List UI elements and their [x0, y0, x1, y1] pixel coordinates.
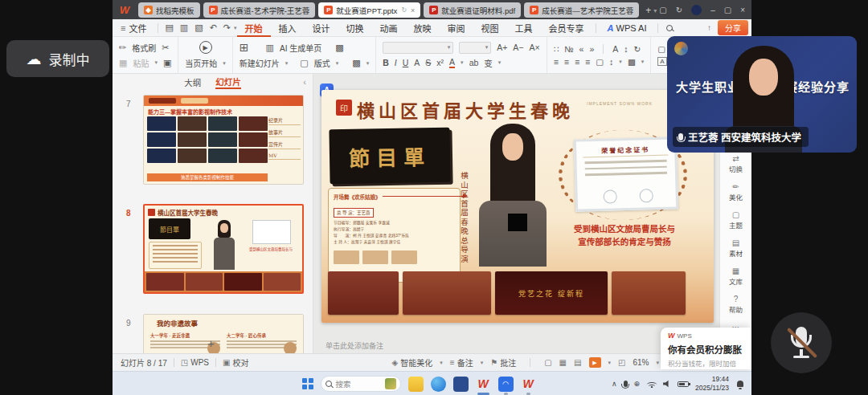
browser-icon[interactable]	[431, 377, 446, 392]
proofread-button[interactable]: 校对	[233, 356, 249, 369]
tray-clock[interactable]: 19:44 2025/11/23	[695, 375, 729, 392]
menu-tab-tools[interactable]: 工具	[507, 19, 541, 37]
new-slide-button[interactable]: 新建幻灯片	[240, 57, 280, 69]
upload-cloud-icon[interactable]: ↑	[707, 23, 711, 32]
tray-mic-icon[interactable]	[624, 381, 628, 387]
sidebar-item-assets[interactable]: ▤ 素材	[729, 238, 743, 258]
update-icon[interactable]: ↻	[676, 6, 682, 14]
share-button[interactable]: 分享	[718, 20, 748, 35]
bullets-button[interactable]: ∷	[554, 44, 559, 54]
slide-thumbnail-9[interactable]: 我的非遗故事 大一学年 · 走近非遗 大二学年 · 匠心传承	[143, 314, 304, 353]
hidden-icons-chevron[interactable]: ∧	[612, 380, 617, 388]
layout-caret-icon[interactable]: ▾	[336, 60, 339, 67]
tab-doc5[interactable]: P 成长赛道—艺术学院王艺蓉	[524, 2, 639, 18]
reading-view-icon[interactable]: ▤	[574, 358, 581, 367]
font-family-select[interactable]: ▾	[383, 42, 453, 54]
slide-from-file-icon[interactable]: ▩	[335, 43, 343, 53]
play-caret-icon[interactable]: ▾	[223, 60, 226, 67]
wps-logo-icon[interactable]: W	[113, 0, 137, 19]
numbering-button[interactable]: №	[564, 44, 573, 54]
notes-button[interactable]: 备注	[457, 356, 473, 369]
layout-button[interactable]: 版式	[314, 57, 330, 69]
paste-caret-icon[interactable]: ▾	[154, 59, 158, 66]
bold-button[interactable]: B	[383, 58, 389, 67]
slideshow-play-button[interactable]: ▶	[589, 357, 601, 368]
slide-canvas[interactable]: 印 横山区首届大学生春晚 IMPLEMENT SOWN WORK 節目單 开场舞…	[321, 90, 714, 323]
close-button[interactable]: ×	[740, 6, 745, 14]
font-color-button[interactable]: A	[449, 57, 455, 68]
normal-view-icon[interactable]: ▢	[544, 358, 551, 367]
new-slide-icon[interactable]: ⊞	[240, 41, 249, 54]
menu-tab-home[interactable]: 开始	[237, 19, 271, 37]
strike-button[interactable]: S	[425, 58, 431, 67]
menu-tab-view[interactable]: 视图	[473, 19, 507, 37]
menu-tab-slideshow[interactable]: 放映	[406, 19, 440, 37]
wps-taskbar-icon-active[interactable]: W	[476, 377, 491, 392]
play-circle-icon[interactable]: ▶	[199, 41, 212, 54]
print-icon[interactable]: ▥	[177, 22, 191, 33]
tab-list-caret-icon[interactable]: ▾	[653, 7, 657, 14]
rotate-button[interactable]: ↻	[634, 44, 641, 54]
theme-circle-icon[interactable]	[691, 5, 702, 15]
team-photo[interactable]	[612, 271, 686, 315]
search-icon[interactable]	[666, 25, 673, 31]
maximize-button[interactable]: ▢	[724, 6, 731, 14]
menu-tab-insert[interactable]: 插入	[271, 19, 305, 37]
slide-thumbnail-8-selected[interactable]: 横山区首届大学生春晚 節目單 受到横山区文旅局曹局长与	[143, 204, 304, 294]
comments-button[interactable]: 批注	[500, 356, 516, 369]
slide-title[interactable]: 横山区首届大学生春晚	[357, 96, 574, 122]
window-stack-icon[interactable]: ▢	[659, 6, 666, 14]
tab-outline[interactable]: 大纲	[184, 76, 201, 88]
battery-icon[interactable]	[678, 381, 689, 387]
collapse-panel-icon[interactable]: ‹	[303, 77, 306, 87]
clear-format-button[interactable]: A×	[529, 43, 539, 52]
director-photo[interactable]	[473, 124, 553, 267]
align-objects-button[interactable]: ▩	[628, 57, 636, 67]
tab-active[interactable]: P 就业赛道PPT.pptx ↻ ×	[318, 2, 420, 18]
play-current-button[interactable]: 当页开始	[185, 57, 217, 69]
text-direction-button[interactable]: ↕	[624, 44, 628, 54]
program-sheet-image[interactable]: 節目單	[329, 128, 450, 185]
indent-button[interactable]: »	[589, 44, 594, 54]
minimize-button[interactable]: –	[710, 6, 715, 14]
volume-icon[interactable]	[663, 380, 671, 388]
justify-button[interactable]: ≡	[585, 57, 590, 67]
notification-bell-icon[interactable]	[737, 381, 743, 387]
sidebar-item-transition[interactable]: ⇄ 切换	[729, 154, 743, 173]
section-caret-icon[interactable]: ▾	[366, 60, 370, 67]
menu-tab-review[interactable]: 审阅	[440, 19, 473, 37]
text-effect-button[interactable]: 变	[484, 57, 493, 69]
wps-promo-popup[interactable]: W WPS 你有会员积分膨胀 积分当钱花，限时加倍	[661, 328, 751, 369]
add-slide-button[interactable]: +	[207, 336, 215, 350]
text-box-button[interactable]: A	[657, 57, 666, 66]
sidebar-item-beautify[interactable]: ✏ 美化	[729, 182, 743, 202]
taskbar-search[interactable]: 搜索	[321, 376, 401, 392]
slide-thumbnail-7[interactable]: 能力三—掌握丰富的影视制作技术 纪录片 故事片 宣传片 MV 熟悉掌握各类影视制…	[143, 95, 304, 185]
notes-placeholder[interactable]: 单击此处添加备注	[326, 340, 383, 351]
superscript-button[interactable]: x²	[436, 58, 444, 67]
font-color-caret-icon[interactable]: ▾	[461, 59, 464, 66]
wps-taskbar-icon[interactable]: W	[521, 377, 536, 392]
sidebar-item-theme[interactable]: ▢ 主题	[729, 210, 743, 230]
editing-area[interactable]: A 印 横山区首届大学生春晚 IMPLEMENT SOWN WORK 節目單 开…	[313, 74, 719, 353]
font-size-select[interactable]: ▾	[459, 42, 491, 54]
ime-icon[interactable]: ⊕	[634, 380, 641, 388]
increase-font-button[interactable]: A+	[497, 43, 507, 52]
highlight-button[interactable]: ab	[469, 58, 479, 67]
align-center-button[interactable]: ≡	[564, 57, 569, 67]
menu-file[interactable]: ≡ 文件	[113, 19, 154, 37]
redo-icon[interactable]: ↷	[220, 22, 234, 33]
sorter-view-icon[interactable]: ▦	[559, 358, 567, 367]
underline-button[interactable]: U	[403, 58, 409, 67]
save-icon[interactable]: ▤	[162, 22, 176, 33]
paste-button[interactable]: 粘贴	[133, 57, 149, 69]
notes-caret-icon[interactable]: ▾	[481, 360, 484, 366]
menu-tab-design[interactable]: 设计	[305, 19, 338, 37]
new-slide-caret-icon[interactable]: ▾	[285, 60, 289, 67]
file-explorer-icon[interactable]	[408, 377, 424, 392]
wifi-icon[interactable]	[646, 381, 657, 388]
sidebar-item-help[interactable]: ? 帮助	[729, 295, 743, 314]
ai-generate-button[interactable]: AI 生成单页	[280, 42, 321, 54]
tab-pdf[interactable]: P 就业赛道证明材料.pdf	[424, 2, 521, 18]
tab-docer[interactable]: ◆ 找稻壳模板	[138, 2, 200, 18]
